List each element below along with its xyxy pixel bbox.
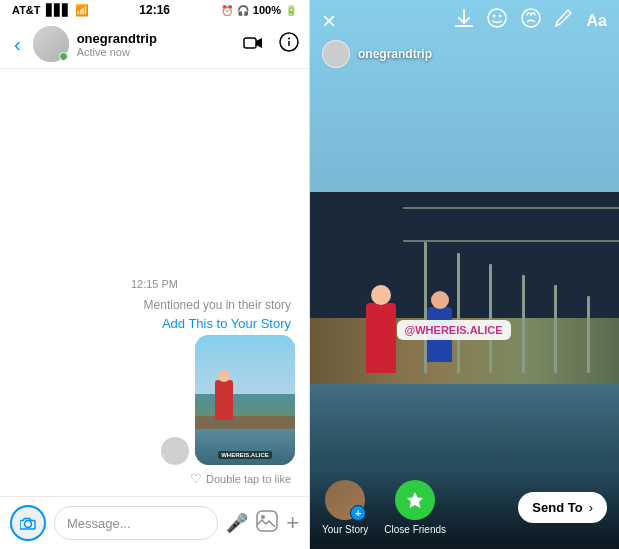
mic-button[interactable]: 🎤	[226, 512, 248, 534]
svg-point-3	[288, 37, 290, 39]
chat-messages: 12:15 PM Mentioned you in their story Ad…	[0, 69, 309, 496]
thumbnail-content: WHEREIS.ALICE	[195, 335, 295, 465]
your-story-avatar-container: +	[325, 480, 365, 520]
add-to-story-link[interactable]: Add This to Your Story	[162, 316, 295, 331]
alarm-icon: ⏰	[221, 5, 233, 16]
sender-avatar	[161, 437, 189, 465]
close-friends-dest[interactable]: Close Friends	[384, 480, 446, 535]
svg-point-10	[522, 9, 540, 27]
time-label: 12:16	[139, 3, 170, 17]
mention-sticker[interactable]: @WHEREIS.ALICE	[397, 320, 511, 340]
story-username: onegrandtrip	[358, 47, 432, 61]
text-button[interactable]: Aa	[587, 12, 607, 30]
chat-input-bar: Message... 🎤 +	[0, 496, 309, 549]
message-input[interactable]: Message...	[54, 506, 218, 540]
wifi-icon: 📶	[75, 4, 89, 17]
story-person1	[366, 303, 396, 373]
story-mention-box: Mentioned you in their story Add This to…	[14, 298, 295, 486]
story-send-bar: + Your Story Close Friends Send To ›	[310, 470, 619, 549]
close-story-button[interactable]: ×	[322, 9, 336, 33]
your-story-label: Your Story	[322, 524, 368, 535]
header-info: onegrandtrip Active now	[77, 31, 235, 58]
mention-text: Mentioned you in their story	[144, 298, 295, 312]
svg-point-8	[492, 15, 495, 18]
story-image-area: onegrandtrip @WHEREIS.ALICE	[310, 0, 619, 549]
double-tap-hint: ♡ Double tap to like	[190, 471, 295, 486]
send-to-text: Send To	[532, 500, 582, 515]
message-placeholder: Message...	[67, 516, 131, 531]
story-background: onegrandtrip @WHEREIS.ALICE	[310, 0, 619, 549]
input-right-icons: 🎤 +	[226, 510, 299, 537]
right-panel: onegrandtrip @WHEREIS.ALICE ×	[310, 0, 619, 549]
story-toolbar-right: Aa	[455, 8, 607, 33]
camera-button[interactable]	[10, 505, 46, 541]
battery-label: 100%	[253, 4, 281, 16]
story-thumbnail[interactable]: WHEREIS.ALICE	[195, 335, 295, 465]
status-right: ⏰ 🎧 100% 🔋	[221, 4, 297, 16]
svg-marker-11	[407, 492, 423, 508]
video-call-button[interactable]	[243, 34, 263, 55]
svg-point-7	[488, 9, 506, 27]
header-username[interactable]: onegrandtrip	[77, 31, 235, 46]
svg-point-9	[498, 15, 501, 18]
send-to-button[interactable]: Send To ›	[518, 492, 607, 523]
status-bar: AT&T ▋▋▋ 📶 12:16 ⏰ 🎧 100% 🔋	[0, 0, 309, 20]
close-friends-label: Close Friends	[384, 524, 446, 535]
heart-icon: ♡	[190, 471, 202, 486]
close-friends-avatar	[395, 480, 435, 520]
your-story-dest[interactable]: + Your Story	[322, 480, 368, 535]
left-panel: AT&T ▋▋▋ 📶 12:16 ⏰ 🎧 100% 🔋 ‹ onegrandtr…	[0, 0, 310, 549]
draw-button[interactable]	[555, 8, 573, 33]
chat-header: ‹ onegrandtrip Active now	[0, 20, 309, 69]
headphone-icon: 🎧	[237, 5, 249, 16]
download-button[interactable]	[455, 8, 473, 33]
carrier-label: AT&T	[12, 4, 41, 16]
thumb-sticker-label: WHEREIS.ALICE	[218, 451, 272, 459]
story-add-badge: +	[350, 505, 366, 521]
back-button[interactable]: ‹	[10, 33, 25, 56]
double-tap-text: Double tap to like	[206, 473, 291, 485]
online-indicator	[59, 52, 68, 61]
story-user-avatar	[322, 40, 350, 68]
status-left: AT&T ▋▋▋ 📶	[12, 4, 89, 17]
battery-icon: 🔋	[285, 5, 297, 16]
emoji-sticker-button[interactable]	[487, 8, 507, 33]
info-button[interactable]	[279, 32, 299, 57]
story-user-overlay: onegrandtrip	[322, 40, 432, 68]
send-chevron-icon: ›	[589, 500, 593, 515]
thumb-ground	[195, 416, 295, 429]
plus-button[interactable]: +	[286, 510, 299, 536]
thumb-person-silhouette	[215, 380, 233, 420]
svg-point-6	[261, 515, 265, 519]
svg-rect-0	[244, 38, 256, 48]
signal-bars-icon: ▋▋▋	[46, 4, 70, 17]
contact-avatar	[33, 26, 69, 62]
header-icons	[243, 32, 299, 57]
thumb-water	[195, 426, 295, 465]
message-timestamp: 12:15 PM	[14, 278, 295, 290]
thumb-sky	[195, 335, 295, 394]
story-toolbar: ×	[310, 0, 619, 41]
face-filter-button[interactable]	[521, 8, 541, 33]
header-status: Active now	[77, 46, 235, 58]
image-button[interactable]	[256, 510, 278, 537]
svg-point-4	[25, 521, 32, 528]
